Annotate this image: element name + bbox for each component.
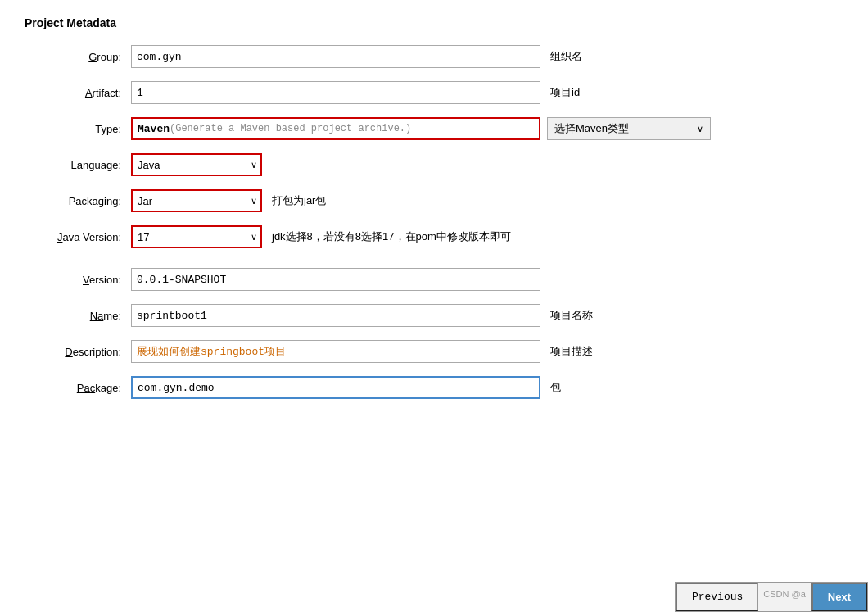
- type-value-light: (Generate a Maven based project archive.…: [170, 123, 411, 134]
- artifact-label: Artifact:: [25, 87, 131, 99]
- artifact-annotation: 项目id: [550, 85, 580, 100]
- language-select-wrapper: Java Kotlin Groovy: [131, 153, 262, 176]
- artifact-input[interactable]: [131, 81, 540, 104]
- version-row: Version:: [25, 267, 843, 292]
- description-input[interactable]: [131, 340, 540, 363]
- version-label: Version:: [25, 274, 131, 286]
- name-row: Name: 项目名称: [25, 303, 843, 328]
- group-input[interactable]: [131, 45, 540, 68]
- language-select[interactable]: Java Kotlin Groovy: [131, 153, 262, 176]
- type-row: Type: Maven (Generate a Maven based proj…: [25, 116, 843, 141]
- artifact-row: Artifact: 项目id: [25, 80, 843, 105]
- packaging-annotation: 打包为jar包: [272, 193, 326, 208]
- type-dropdown[interactable]: 选择Maven类型 ∨: [547, 117, 711, 140]
- packaging-select-wrapper: Jar War: [131, 189, 262, 212]
- name-label: Name:: [25, 310, 131, 322]
- next-button[interactable]: Next: [811, 583, 867, 611]
- name-input[interactable]: [131, 304, 540, 327]
- bottom-bar: Previous CSDN @a Next: [675, 582, 868, 612]
- package-input[interactable]: [131, 376, 540, 399]
- section-title: Project Metadata: [25, 16, 843, 29]
- language-label: Language:: [25, 159, 131, 171]
- java-version-annotation: jdk选择8，若没有8选择17，在pom中修改版本即可: [272, 229, 511, 244]
- description-row: Description: 项目描述: [25, 339, 843, 364]
- packaging-select[interactable]: Jar War: [131, 189, 262, 212]
- package-label: Package:: [25, 382, 131, 394]
- java-version-label: Java Version:: [25, 231, 131, 243]
- version-input[interactable]: [131, 268, 540, 291]
- description-label: Description:: [25, 346, 131, 358]
- type-dropdown-label: 选择Maven类型: [554, 121, 629, 136]
- group-annotation: 组织名: [550, 49, 582, 64]
- description-annotation: 项目描述: [550, 344, 593, 359]
- java-version-row: Java Version: 17 11 8 jdk选择8，若没有8选择17，在p…: [25, 224, 843, 249]
- name-annotation: 项目名称: [550, 308, 593, 323]
- watermark-text: CSDN @a: [758, 583, 811, 611]
- java-version-select[interactable]: 17 11 8: [131, 225, 262, 248]
- type-label: Type:: [25, 123, 131, 135]
- java-version-select-wrapper: 17 11 8: [131, 225, 262, 248]
- type-field[interactable]: Maven (Generate a Maven based project ar…: [131, 117, 540, 140]
- packaging-row: Packaging: Jar War 打包为jar包: [25, 188, 843, 213]
- chevron-down-icon: ∨: [697, 124, 703, 134]
- packaging-label: Packaging:: [25, 195, 131, 207]
- package-row: Package: 包: [25, 375, 843, 400]
- language-row: Language: Java Kotlin Groovy: [25, 152, 843, 177]
- group-row: Group: 组织名: [25, 44, 843, 69]
- group-label: Group:: [25, 51, 131, 63]
- package-annotation: 包: [550, 380, 561, 395]
- previous-button[interactable]: Previous: [676, 583, 758, 611]
- type-value-bold: Maven: [138, 123, 170, 135]
